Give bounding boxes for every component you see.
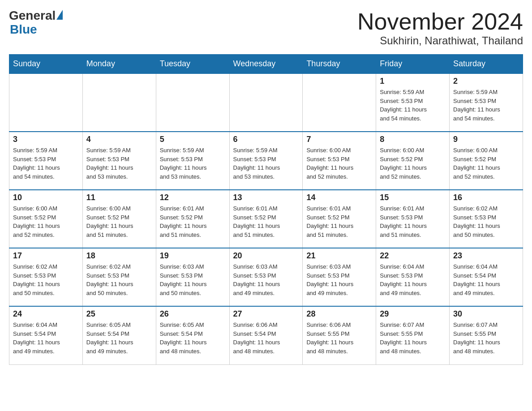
day-info: Sunrise: 6:06 AMSunset: 5:54 PMDaylight:… — [233, 321, 299, 355]
day-info: Sunrise: 6:00 AMSunset: 5:52 PMDaylight:… — [453, 146, 519, 181]
calendar-header-tuesday: Tuesday — [156, 55, 229, 74]
calendar-cell: 2Sunrise: 5:59 AMSunset: 5:53 PMDaylight… — [450, 73, 523, 132]
day-info: Sunrise: 5:59 AMSunset: 5:53 PMDaylight:… — [86, 146, 152, 181]
day-info: Sunrise: 6:01 AMSunset: 5:52 PMDaylight:… — [233, 204, 299, 239]
day-info: Sunrise: 6:06 AMSunset: 5:55 PMDaylight:… — [306, 321, 372, 355]
day-info: Sunrise: 6:02 AMSunset: 5:53 PMDaylight:… — [13, 262, 79, 297]
calendar-cell: 15Sunrise: 6:01 AMSunset: 5:53 PMDayligh… — [376, 190, 450, 248]
calendar-cell: 18Sunrise: 6:02 AMSunset: 5:53 PMDayligh… — [82, 248, 156, 306]
day-info: Sunrise: 6:05 AMSunset: 5:54 PMDaylight:… — [86, 321, 152, 355]
day-number: 3 — [13, 135, 79, 144]
calendar-cell: 30Sunrise: 6:07 AMSunset: 5:55 PMDayligh… — [450, 306, 523, 364]
logo: General Blue — [9, 9, 63, 37]
day-number: 6 — [233, 135, 299, 144]
calendar-cell: 13Sunrise: 6:01 AMSunset: 5:52 PMDayligh… — [229, 190, 303, 248]
calendar-week-5: 24Sunrise: 6:04 AMSunset: 5:54 PMDayligh… — [9, 306, 523, 364]
calendar-header-friday: Friday — [376, 55, 450, 74]
location-title: Sukhirin, Narathiwat, Thailand — [357, 34, 523, 47]
day-number: 26 — [160, 309, 226, 319]
calendar-cell — [82, 73, 156, 132]
day-number: 17 — [13, 251, 79, 261]
calendar-cell: 20Sunrise: 6:03 AMSunset: 5:53 PMDayligh… — [229, 248, 303, 306]
calendar-cell: 10Sunrise: 6:00 AMSunset: 5:52 PMDayligh… — [9, 190, 83, 248]
calendar-cell: 4Sunrise: 5:59 AMSunset: 5:53 PMDaylight… — [82, 132, 156, 190]
day-number: 23 — [453, 251, 519, 261]
calendar-week-3: 10Sunrise: 6:00 AMSunset: 5:52 PMDayligh… — [9, 190, 523, 248]
calendar-cell: 3Sunrise: 5:59 AMSunset: 5:53 PMDaylight… — [9, 132, 83, 190]
calendar-cell: 19Sunrise: 6:03 AMSunset: 5:53 PMDayligh… — [156, 248, 229, 306]
calendar-cell: 5Sunrise: 5:59 AMSunset: 5:53 PMDaylight… — [156, 132, 229, 190]
calendar-header-row: SundayMondayTuesdayWednesdayThursdayFrid… — [9, 55, 523, 74]
day-number: 13 — [233, 193, 299, 202]
calendar-header-monday: Monday — [82, 55, 156, 74]
title-block: November 2024 Sukhirin, Narathiwat, Thai… — [357, 9, 523, 47]
calendar-cell: 14Sunrise: 6:01 AMSunset: 5:52 PMDayligh… — [303, 190, 376, 248]
day-number: 4 — [86, 135, 152, 144]
day-info: Sunrise: 6:00 AMSunset: 5:52 PMDaylight:… — [380, 146, 446, 181]
day-number: 20 — [233, 251, 299, 261]
calendar-header-sunday: Sunday — [9, 55, 83, 74]
calendar-cell: 17Sunrise: 6:02 AMSunset: 5:53 PMDayligh… — [9, 248, 83, 306]
day-info: Sunrise: 6:03 AMSunset: 5:53 PMDaylight:… — [233, 262, 299, 297]
day-number: 19 — [160, 251, 226, 261]
calendar-cell — [156, 73, 229, 132]
calendar-header-thursday: Thursday — [303, 55, 376, 74]
calendar-cell: 12Sunrise: 6:01 AMSunset: 5:52 PMDayligh… — [156, 190, 229, 248]
day-info: Sunrise: 6:02 AMSunset: 5:53 PMDaylight:… — [453, 204, 519, 239]
day-info: Sunrise: 5:59 AMSunset: 5:53 PMDaylight:… — [453, 88, 519, 123]
day-number: 24 — [13, 309, 79, 319]
day-info: Sunrise: 6:04 AMSunset: 5:54 PMDaylight:… — [453, 262, 519, 297]
day-info: Sunrise: 5:59 AMSunset: 5:53 PMDaylight:… — [160, 146, 226, 181]
calendar-cell — [9, 73, 83, 132]
day-number: 28 — [306, 309, 372, 319]
day-info: Sunrise: 5:59 AMSunset: 5:53 PMDaylight:… — [13, 146, 79, 181]
calendar-week-4: 17Sunrise: 6:02 AMSunset: 5:53 PMDayligh… — [9, 248, 523, 306]
calendar-cell: 8Sunrise: 6:00 AMSunset: 5:52 PMDaylight… — [376, 132, 450, 190]
day-info: Sunrise: 6:01 AMSunset: 5:52 PMDaylight:… — [160, 204, 226, 239]
day-number: 2 — [453, 77, 519, 86]
calendar-cell: 28Sunrise: 6:06 AMSunset: 5:55 PMDayligh… — [303, 306, 376, 364]
day-info: Sunrise: 6:00 AMSunset: 5:53 PMDaylight:… — [306, 146, 372, 181]
day-number: 10 — [13, 193, 79, 202]
day-info: Sunrise: 5:59 AMSunset: 5:53 PMDaylight:… — [380, 88, 446, 123]
day-number: 14 — [306, 193, 372, 202]
day-number: 22 — [380, 251, 446, 261]
day-info: Sunrise: 6:04 AMSunset: 5:53 PMDaylight:… — [380, 262, 446, 297]
day-number: 5 — [160, 135, 226, 144]
calendar-cell: 27Sunrise: 6:06 AMSunset: 5:54 PMDayligh… — [229, 306, 303, 364]
calendar-cell: 22Sunrise: 6:04 AMSunset: 5:53 PMDayligh… — [376, 248, 450, 306]
month-title: November 2024 — [357, 9, 523, 34]
day-number: 18 — [86, 251, 152, 261]
calendar-header-saturday: Saturday — [450, 55, 523, 74]
calendar-week-1: 1Sunrise: 5:59 AMSunset: 5:53 PMDaylight… — [9, 73, 523, 132]
day-number: 29 — [380, 309, 446, 319]
day-number: 12 — [160, 193, 226, 202]
calendar-cell: 16Sunrise: 6:02 AMSunset: 5:53 PMDayligh… — [450, 190, 523, 248]
day-number: 27 — [233, 309, 299, 319]
calendar-cell: 24Sunrise: 6:04 AMSunset: 5:54 PMDayligh… — [9, 306, 83, 364]
calendar-cell: 29Sunrise: 6:07 AMSunset: 5:55 PMDayligh… — [376, 306, 450, 364]
calendar-cell — [229, 73, 303, 132]
calendar-cell: 21Sunrise: 6:03 AMSunset: 5:53 PMDayligh… — [303, 248, 376, 306]
calendar-cell: 25Sunrise: 6:05 AMSunset: 5:54 PMDayligh… — [82, 306, 156, 364]
calendar-cell: 23Sunrise: 6:04 AMSunset: 5:54 PMDayligh… — [450, 248, 523, 306]
day-number: 11 — [86, 193, 152, 202]
calendar-cell: 9Sunrise: 6:00 AMSunset: 5:52 PMDaylight… — [450, 132, 523, 190]
day-info: Sunrise: 6:00 AMSunset: 5:52 PMDaylight:… — [13, 204, 79, 239]
calendar-cell — [303, 73, 376, 132]
day-number: 30 — [453, 309, 519, 319]
day-number: 9 — [453, 135, 519, 144]
logo-triangle-icon — [56, 10, 63, 20]
day-number: 1 — [380, 77, 446, 86]
day-info: Sunrise: 6:01 AMSunset: 5:53 PMDaylight:… — [380, 204, 446, 239]
day-info: Sunrise: 6:01 AMSunset: 5:52 PMDaylight:… — [306, 204, 372, 239]
day-number: 16 — [453, 193, 519, 202]
day-number: 7 — [306, 135, 372, 144]
calendar-cell: 6Sunrise: 5:59 AMSunset: 5:53 PMDaylight… — [229, 132, 303, 190]
day-info: Sunrise: 6:02 AMSunset: 5:53 PMDaylight:… — [86, 262, 152, 297]
day-number: 21 — [306, 251, 372, 261]
calendar-week-2: 3Sunrise: 5:59 AMSunset: 5:53 PMDaylight… — [9, 132, 523, 190]
day-number: 25 — [86, 309, 152, 319]
day-info: Sunrise: 6:05 AMSunset: 5:54 PMDaylight:… — [160, 321, 226, 355]
day-info: Sunrise: 6:04 AMSunset: 5:54 PMDaylight:… — [13, 321, 79, 355]
